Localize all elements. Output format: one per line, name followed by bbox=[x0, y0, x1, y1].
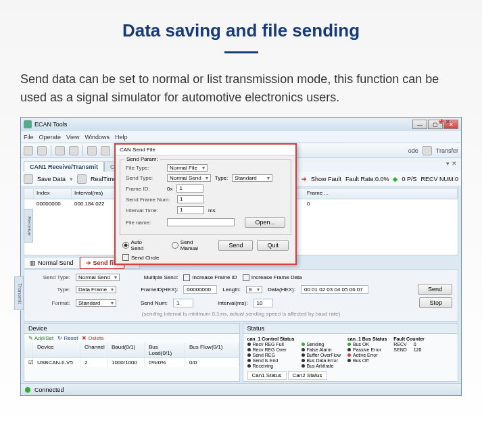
send-note: (sending interval is minimum 0.1ms, actu… bbox=[30, 311, 452, 317]
dev-col-baud[interactable]: Baud(0/1) bbox=[107, 343, 145, 357]
status-panel: Status📌 ✕ can_1 Control Status Recv REG … bbox=[243, 323, 459, 382]
open-button[interactable]: Open... bbox=[245, 217, 285, 228]
increase-frameid-checkbox[interactable]: Increase Frame ID bbox=[183, 274, 237, 281]
auto-send-radio[interactable]: Auto Send bbox=[122, 239, 155, 251]
modal-quit-button[interactable]: Quit bbox=[257, 240, 289, 251]
modal-type-select[interactable]: Standard bbox=[232, 174, 272, 182]
filename-input[interactable] bbox=[167, 218, 235, 226]
modal-frameid-input[interactable]: 1 bbox=[176, 184, 203, 193]
play-icon[interactable] bbox=[101, 146, 110, 155]
save-data-label[interactable]: Save Data bbox=[37, 176, 66, 182]
sendtype-select[interactable]: Normal Send bbox=[76, 274, 120, 281]
format-select[interactable]: Standard bbox=[76, 299, 116, 307]
data-input[interactable]: 00 01 02 03 04 05 06 07 bbox=[301, 285, 368, 294]
connection-indicator-icon bbox=[25, 387, 30, 393]
cell-interval: 000.184.022 bbox=[72, 200, 119, 207]
status-item: Recv REG Over bbox=[247, 347, 295, 352]
realtime-save-icon[interactable] bbox=[77, 174, 87, 184]
pps-value: 0 P/S bbox=[402, 176, 416, 182]
status-item: Send REG bbox=[247, 353, 295, 357]
fault-counter-title: Fault Counter bbox=[393, 337, 425, 341]
multiple-send-label: Multiple Send: bbox=[144, 274, 178, 280]
menu-windows[interactable]: Windows bbox=[85, 134, 110, 141]
send-circle-checkbox[interactable]: Send Circle bbox=[122, 254, 159, 261]
device-add-button[interactable]: ✎ Add/Set bbox=[28, 335, 53, 341]
type-label: Type: bbox=[30, 287, 70, 293]
menu-help[interactable]: Help bbox=[115, 134, 128, 141]
device-reset-button[interactable]: ↻ Reset bbox=[57, 335, 78, 341]
modal-frameid-label: Frame ID: bbox=[126, 186, 163, 192]
window-title: ECAN Tools bbox=[34, 121, 67, 128]
tool-icon[interactable] bbox=[55, 146, 65, 155]
filename-label: File name: bbox=[126, 220, 163, 226]
filetype-select[interactable]: Normal File bbox=[167, 164, 208, 172]
format-label: Format: bbox=[30, 300, 70, 306]
title-underline bbox=[224, 51, 258, 53]
intervaltime-unit: ms bbox=[208, 207, 216, 214]
modal-sendtype-label: Send Type: bbox=[126, 175, 163, 181]
save-data-icon[interactable] bbox=[24, 174, 33, 184]
tab-normal-send[interactable]: ▥ Normal Send bbox=[24, 257, 80, 269]
col-index[interactable]: Index bbox=[34, 189, 72, 199]
stop-button[interactable]: Stop bbox=[419, 297, 452, 308]
fieldset-legend: Send Param: bbox=[124, 156, 160, 162]
send-panel: Transmit Send Type: Normal Send Multiple… bbox=[24, 269, 458, 322]
sendtype-label: Send Type: bbox=[30, 274, 70, 280]
menu-operate[interactable]: Operate bbox=[39, 134, 62, 141]
menu-file[interactable]: File bbox=[24, 134, 34, 141]
toolbar-mode[interactable]: ode bbox=[408, 147, 418, 154]
pause-icon[interactable] bbox=[87, 146, 97, 155]
status-item: False Alarm bbox=[302, 347, 341, 352]
dev-col-busflow[interactable]: Bus Flow(0/1) bbox=[185, 343, 239, 357]
dev-col-device[interactable]: Device bbox=[33, 343, 80, 357]
device-row[interactable]: ☑ USBCAN-II-V5 2 1000/1000 0%/0% 0/0 bbox=[24, 358, 239, 367]
type-select[interactable]: Data Frame bbox=[76, 286, 116, 293]
tab-can2-status[interactable]: Can2 Status bbox=[288, 371, 327, 380]
intervaltime-input[interactable]: 1 bbox=[177, 206, 204, 214]
connection-status: Connected bbox=[34, 387, 64, 393]
page-title: Data saving and file sending bbox=[20, 20, 462, 41]
pin-icon[interactable]: 📌 ✕ bbox=[437, 119, 450, 125]
dev-col-busload[interactable]: Bus Load(0/1) bbox=[145, 343, 185, 357]
transfer-icon[interactable] bbox=[423, 146, 432, 155]
tab-close-icon[interactable]: ▾ ✕ bbox=[446, 160, 457, 167]
intervaltime-label: Interval Time: bbox=[126, 207, 173, 214]
modal-send-button[interactable]: Send bbox=[218, 240, 253, 251]
frameid-input[interactable]: 00000000 bbox=[183, 285, 217, 294]
col-frame[interactable]: Frame ... bbox=[304, 189, 458, 199]
status-item: Bus Off bbox=[347, 358, 387, 363]
cell-frame: 0 bbox=[304, 200, 458, 207]
tab-can1-status[interactable]: Can1 Status bbox=[247, 371, 287, 380]
toolbar-transfer[interactable]: Transfer bbox=[436, 147, 458, 154]
fault-rate-value: Fault Rate:0.0% bbox=[345, 176, 389, 182]
can-send-file-dialog: CAN Send File Send Param: File Type: Nor… bbox=[114, 143, 297, 265]
sendframenum-input[interactable]: 1 bbox=[177, 195, 204, 203]
tool-icon[interactable] bbox=[69, 146, 78, 155]
status-item: Bus Arbitrate bbox=[302, 364, 341, 368]
show-fault-label[interactable]: Show Fault bbox=[311, 176, 341, 182]
modal-sendtype-select[interactable]: Normal Send bbox=[167, 174, 211, 182]
interval-input[interactable]: 10 bbox=[253, 299, 273, 307]
send-button[interactable]: Send bbox=[418, 284, 452, 295]
length-select[interactable]: 8 bbox=[246, 286, 262, 293]
col-interval[interactable]: Interval(ms) bbox=[72, 189, 119, 199]
dialog-title: CAN Send File bbox=[116, 145, 295, 155]
status-item: Bus Data Error bbox=[302, 358, 341, 363]
receive-side-tab[interactable]: Receive bbox=[24, 209, 33, 243]
tab-can1[interactable]: CAN1 Receive/Transmit bbox=[24, 161, 104, 172]
new-icon[interactable] bbox=[24, 146, 33, 155]
menu-view[interactable]: View bbox=[66, 134, 79, 141]
increase-framedata-checkbox[interactable]: Increase Frame Data bbox=[243, 274, 302, 281]
interval-label: Interval(ms): bbox=[218, 300, 247, 306]
frameid-prefix: 0x bbox=[167, 186, 172, 192]
sendnum-input[interactable]: 1 bbox=[173, 299, 193, 307]
transmit-side-tab[interactable]: Transmit bbox=[14, 276, 24, 310]
save-icon[interactable] bbox=[37, 146, 47, 155]
col-checkbox[interactable] bbox=[24, 189, 34, 199]
device-panel: Device📌 ✕ ✎ Add/Set ↻ Reset ✖ Delete Dev… bbox=[24, 323, 240, 382]
status-item: Recv REG Full bbox=[247, 342, 295, 347]
dev-col-channel[interactable]: Channel bbox=[80, 343, 107, 357]
device-delete-button[interactable]: ✖ Delete bbox=[82, 335, 103, 341]
minimize-button[interactable]: — bbox=[412, 120, 427, 129]
send-manual-radio[interactable]: Send Manual bbox=[172, 239, 210, 251]
